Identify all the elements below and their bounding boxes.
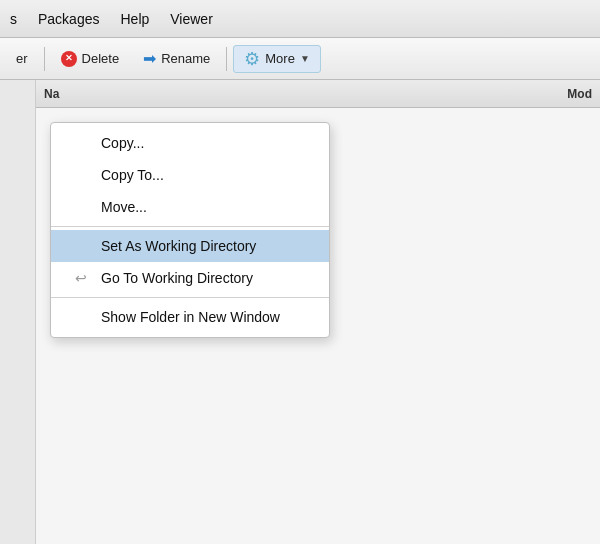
move-label: Move...	[101, 199, 147, 215]
go-to-working-dir-label: Go To Working Directory	[101, 270, 253, 286]
col-name-header: Na	[44, 87, 532, 101]
table-header: Na Mod	[36, 80, 600, 108]
menu-item-viewer[interactable]: Viewer	[160, 7, 224, 31]
copy-label: Copy...	[101, 135, 144, 151]
dropdown-caret-icon: ▼	[300, 53, 310, 64]
rename-button[interactable]: ➡ Rename	[133, 47, 220, 71]
menu-option-copy-to[interactable]: Copy To...	[51, 159, 329, 191]
more-label: More	[265, 51, 295, 66]
content-area: Na Mod Copy... Copy To... Move... Set As…	[0, 80, 600, 544]
more-button[interactable]: ⚙ More ▼	[233, 45, 321, 73]
menu-option-go-to-working-dir[interactable]: ↩ Go To Working Directory	[51, 262, 329, 294]
toolbar-divider-1	[44, 47, 45, 71]
menu-option-set-working-dir[interactable]: Set As Working Directory	[51, 230, 329, 262]
delete-button[interactable]: Delete	[51, 47, 130, 71]
rename-icon: ➡	[143, 51, 156, 67]
menu-item-s[interactable]: s	[0, 7, 28, 31]
delete-icon	[61, 51, 77, 67]
menu-option-copy[interactable]: Copy...	[51, 127, 329, 159]
set-working-dir-label: Set As Working Directory	[101, 238, 256, 254]
gear-icon: ⚙	[244, 50, 260, 68]
menu-option-show-folder[interactable]: Show Folder in New Window	[51, 301, 329, 333]
separator-1	[51, 226, 329, 227]
toolbar: er Delete ➡ Rename ⚙ More ▼	[0, 38, 600, 80]
menu-option-move[interactable]: Move...	[51, 191, 329, 223]
delete-label: Delete	[82, 51, 120, 66]
er-label: er	[16, 51, 28, 66]
menu-item-help[interactable]: Help	[110, 7, 160, 31]
copy-to-label: Copy To...	[101, 167, 164, 183]
menu-bar: s Packages Help Viewer	[0, 0, 600, 38]
sidebar	[0, 80, 36, 544]
col-mod-header: Mod	[532, 87, 592, 101]
show-folder-label: Show Folder in New Window	[101, 309, 280, 325]
separator-2	[51, 297, 329, 298]
menu-item-packages[interactable]: Packages	[28, 7, 110, 31]
rename-label: Rename	[161, 51, 210, 66]
toolbar-divider-2	[226, 47, 227, 71]
go-to-icon: ↩	[75, 270, 93, 286]
er-button[interactable]: er	[6, 47, 38, 70]
dropdown-menu: Copy... Copy To... Move... Set As Workin…	[50, 122, 330, 338]
